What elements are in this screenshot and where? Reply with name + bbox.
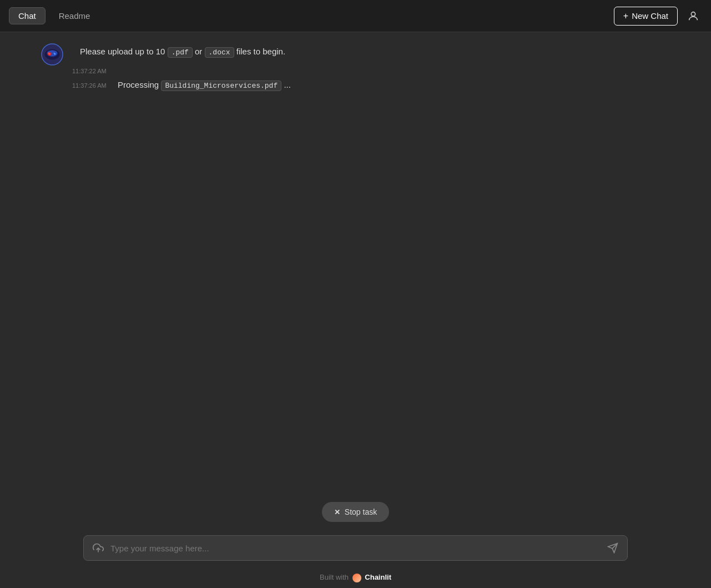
bot-avatar-svg — [41, 43, 63, 66]
bot-msg-text-middle: or — [193, 47, 205, 56]
footer: Built with Chainlit — [0, 570, 711, 588]
upload-icon — [93, 542, 104, 554]
bot-message-block: Please upload up to 10 .pdf or .docx fil… — [0, 43, 711, 74]
plus-icon: + — [623, 11, 628, 21]
stop-task-area: ✕ Stop task — [0, 497, 711, 531]
send-icon — [607, 542, 618, 554]
system-text-before: Processing — [118, 80, 161, 89]
system-text-after: ... — [281, 80, 291, 89]
svg-point-6 — [48, 53, 49, 54]
upload-button[interactable] — [90, 540, 106, 556]
app-header: Chat Readme + New Chat — [0, 0, 711, 32]
bot-avatar — [41, 43, 63, 66]
system-message-text: Processing Building_Microservices.pdf ..… — [118, 79, 291, 92]
x-icon: ✕ — [334, 508, 340, 516]
bot-msg-code1: .pdf — [168, 47, 193, 58]
stop-task-button[interactable]: ✕ Stop task — [322, 502, 389, 522]
chat-area: Please upload up to 10 .pdf or .docx fil… — [0, 32, 711, 497]
message-input[interactable] — [110, 544, 601, 553]
new-chat-label: New Chat — [632, 11, 668, 21]
bot-message-content: Please upload up to 10 .pdf or .docx fil… — [80, 43, 285, 58]
system-message-timestamp: 11:37:26 AM — [72, 82, 111, 89]
chainlit-logo — [352, 574, 361, 582]
system-message-block: 11:37:26 AM Processing Building_Microser… — [0, 79, 711, 92]
bot-msg-text-before: Please upload up to 10 — [80, 47, 168, 56]
svg-point-0 — [691, 12, 695, 16]
header-left: Chat Readme — [9, 7, 614, 24]
input-area — [0, 531, 711, 570]
tab-readme[interactable]: Readme — [50, 8, 99, 24]
bot-message-timestamp: 11:37:22 AM — [72, 68, 678, 74]
header-right: + New Chat — [614, 7, 702, 26]
built-with-label: Built with — [320, 573, 349, 581]
input-box — [83, 535, 628, 561]
svg-point-9 — [54, 53, 55, 54]
new-chat-button[interactable]: + New Chat — [614, 7, 678, 26]
tab-chat[interactable]: Chat — [9, 7, 46, 24]
system-message-inner: 11:37:26 AM Processing Building_Microser… — [72, 79, 678, 92]
bot-msg-text-after: files to begin. — [234, 47, 286, 56]
send-button[interactable] — [605, 540, 621, 556]
chainlit-brand-link[interactable]: Chainlit — [365, 573, 391, 581]
bot-msg-code2: .docx — [205, 47, 234, 58]
user-icon — [687, 10, 699, 22]
user-icon-button[interactable] — [684, 7, 702, 25]
message-row: Please upload up to 10 .pdf or .docx fil… — [72, 43, 678, 66]
stop-task-label: Stop task — [345, 507, 377, 516]
system-text-code: Building_Microservices.pdf — [161, 81, 281, 91]
